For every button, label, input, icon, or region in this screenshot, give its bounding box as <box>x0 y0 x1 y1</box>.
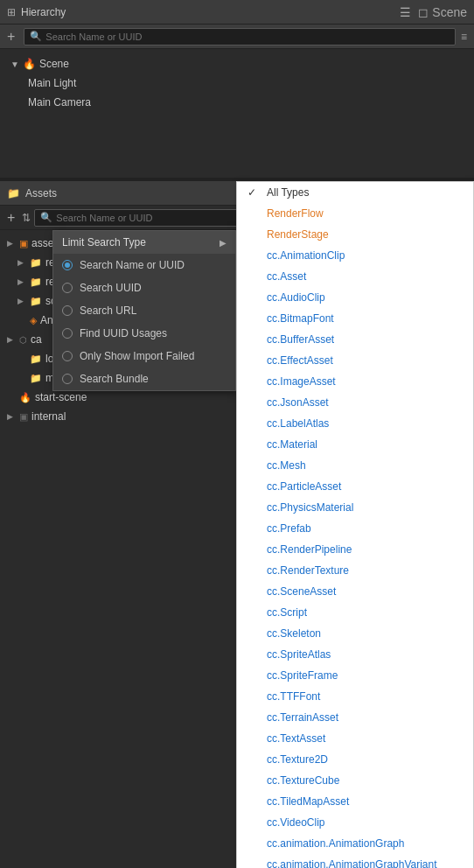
dropdown-item-0[interactable]: Search Name or UUID <box>53 254 235 276</box>
assets-title: Assets <box>25 187 57 200</box>
type-rendertexture[interactable]: cc.RenderTexture <box>237 560 473 581</box>
hierarchy-search-bar[interactable]: 🔍 <box>24 28 456 46</box>
type-jsonasset[interactable]: cc.JsonAsset <box>237 392 473 413</box>
radio-search-uuid <box>62 283 73 293</box>
dropdown-item-4[interactable]: Only Show Import Failed <box>53 345 235 368</box>
scene-icon[interactable]: ◻ Scene <box>418 5 467 19</box>
type-imageasset[interactable]: cc.ImageAsset <box>237 371 473 392</box>
type-all-types[interactable]: ✓ All Types <box>237 182 473 203</box>
main-camera-label: Main Camera <box>28 96 91 108</box>
hierarchy-search-input[interactable] <box>45 32 450 42</box>
type-bufferasset[interactable]: cc.BufferAsset <box>237 329 473 350</box>
hierarchy-section: + 🔍 ≡ ▼ 🔥 Scene Main Light Main Camera <box>0 24 474 178</box>
type-terrainasset[interactable]: cc.TerrainAsset <box>237 707 473 728</box>
type-effectasset-label: cc.EffectAsset <box>267 354 333 367</box>
type-animgraphvariant-label: cc.animation.AnimationGraphVariant <box>267 858 437 868</box>
scene-arrow: ▼ <box>10 60 19 69</box>
type-asset-label: cc.Asset <box>267 270 306 283</box>
asset-asse-label: asse <box>31 237 53 249</box>
type-animclip[interactable]: cc.AnimationClip <box>237 245 473 266</box>
type-ttffont[interactable]: cc.TTFFont <box>237 686 473 707</box>
type-texture2d[interactable]: cc.Texture2D <box>237 749 473 770</box>
hierarchy-add-button[interactable]: + <box>7 29 15 45</box>
dropdown-item-5[interactable]: Search Bundle <box>53 368 235 390</box>
hierarchy-search-icon: 🔍 <box>30 31 42 42</box>
type-bufferasset-label: cc.BufferAsset <box>267 333 334 346</box>
asse-arrow: ▶ <box>7 239 16 248</box>
type-texturecube-label: cc.TextureCube <box>267 774 339 787</box>
type-spriteframe[interactable]: cc.SpriteFrame <box>237 665 473 686</box>
type-renderflow[interactable]: RenderFlow <box>237 203 473 224</box>
type-animgraph-label: cc.animation.AnimationGraph <box>267 837 404 850</box>
type-videoclip[interactable]: cc.VideoClip <box>237 812 473 833</box>
type-spriteatlas[interactable]: cc.SpriteAtlas <box>237 644 473 665</box>
sc-folder-icon: 📁 <box>30 296 42 307</box>
internal-arrow: ▶ <box>7 412 16 421</box>
type-animgraph[interactable]: cc.animation.AnimationGraph <box>237 833 473 854</box>
dropdown-item-2[interactable]: Search URL <box>53 299 235 322</box>
type-material-label: cc.Material <box>267 438 317 451</box>
dropdown-header: Limit Search Type ▶ <box>53 231 235 254</box>
check-all-types: ✓ <box>247 186 260 199</box>
dropdown-label-0: Search Name or UUID <box>80 259 185 271</box>
type-prefab-label: cc.Prefab <box>267 522 311 535</box>
asset-internal-label: internal <box>31 410 66 423</box>
hierarchy-header: + 🔍 ≡ <box>0 24 474 49</box>
type-sceneasset[interactable]: cc.SceneAsset <box>237 581 473 602</box>
type-tiledmapasset-label: cc.TiledMapAsset <box>267 795 349 808</box>
assets-section: 📁 Assets + ⇅ 🔍 Limit Search Type ▶ Searc… <box>0 181 474 867</box>
radio-find-uuid <box>62 328 73 339</box>
type-labelatlas[interactable]: cc.LabelAtlas <box>237 413 473 434</box>
asse-folder-icon: ▣ <box>19 238 28 249</box>
type-bitmapfont[interactable]: cc.BitmapFont <box>237 308 473 329</box>
res1-arrow: ▶ <box>17 258 26 267</box>
type-tiledmapasset[interactable]: cc.TiledMapAsset <box>237 791 473 812</box>
radio-search-name <box>62 260 73 270</box>
menu-icon[interactable]: ☰ <box>400 5 411 19</box>
dropdown-item-1[interactable]: Search UUID <box>53 276 235 299</box>
type-animgraphvariant[interactable]: cc.animation.AnimationGraphVariant <box>237 854 473 868</box>
type-imageasset-label: cc.ImageAsset <box>267 375 336 388</box>
type-physicsmaterial[interactable]: cc.PhysicsMaterial <box>237 497 473 518</box>
res2-arrow: ▶ <box>17 277 26 286</box>
type-particleasset[interactable]: cc.ParticleAsset <box>237 476 473 497</box>
type-renderflow-label: RenderFlow <box>267 207 324 220</box>
res2-folder-icon: 📁 <box>30 276 42 288</box>
assets-sort-button[interactable]: ⇅ <box>22 212 31 224</box>
scene-tree-item[interactable]: ▼ 🔥 Scene <box>0 54 474 74</box>
type-terrainasset-label: cc.TerrainAsset <box>267 711 338 724</box>
type-renderpipeline[interactable]: cc.RenderPipeline <box>237 539 473 560</box>
type-textasset[interactable]: cc.TextAsset <box>237 728 473 749</box>
assets-add-button[interactable]: + <box>7 210 15 226</box>
hierarchy-tree: ▼ 🔥 Scene Main Light Main Camera <box>0 49 474 117</box>
dropdown-label-4: Only Show Import Failed <box>80 350 194 362</box>
main-camera-item[interactable]: Main Camera <box>0 93 474 112</box>
dropdown-item-3[interactable]: Find UUID Usages <box>53 322 235 345</box>
assets-search-icon: 🔍 <box>40 212 52 223</box>
type-prefab[interactable]: cc.Prefab <box>237 518 473 539</box>
type-audioclip[interactable]: cc.AudioClip <box>237 287 473 308</box>
type-animclip-label: cc.AnimationClip <box>267 249 345 262</box>
hierarchy-list-icon[interactable]: ≡ <box>461 31 467 43</box>
type-ttffont-label: cc.TTFFont <box>267 690 320 703</box>
m-folder-icon: 📁 <box>30 373 42 384</box>
type-mesh[interactable]: cc.Mesh <box>237 455 473 476</box>
type-material[interactable]: cc.Material <box>237 434 473 455</box>
scene-flame-icon: 🔥 <box>23 58 36 70</box>
type-skeleton[interactable]: cc.Skeleton <box>237 623 473 644</box>
type-asset[interactable]: cc.Asset <box>237 266 473 287</box>
type-effectasset[interactable]: cc.EffectAsset <box>237 350 473 371</box>
ca-fbx-icon: ⬡ <box>19 335 27 345</box>
type-texturecube[interactable]: cc.TextureCube <box>237 770 473 791</box>
type-all-types-label: All Types <box>267 186 309 199</box>
dropdown-label-5: Search Bundle <box>80 373 149 385</box>
type-sceneasset-label: cc.SceneAsset <box>267 585 336 598</box>
radio-import-failed <box>62 351 73 361</box>
dropdown-header-label: Limit Search Type <box>62 236 146 248</box>
type-bitmapfont-label: cc.BitmapFont <box>267 312 334 325</box>
type-renderpipeline-label: cc.RenderPipeline <box>267 543 352 556</box>
type-renderstage[interactable]: RenderStage <box>237 224 473 245</box>
main-light-item[interactable]: Main Light <box>0 74 474 93</box>
type-script[interactable]: cc.Script <box>237 602 473 623</box>
dropdown-chevron-icon: ▶ <box>220 238 227 248</box>
